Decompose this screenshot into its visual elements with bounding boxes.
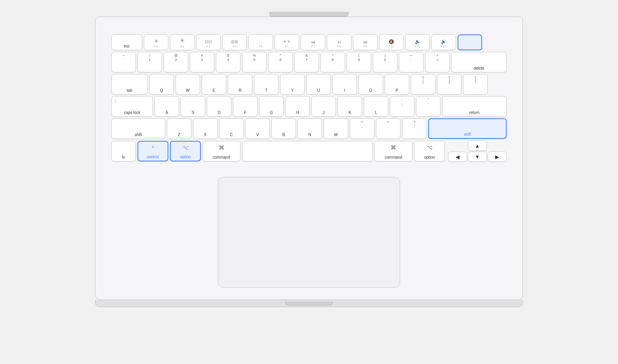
key-arrow-up[interactable]: ▲: [468, 140, 487, 151]
key-f1[interactable]: ☀ F1: [144, 34, 168, 50]
key-s[interactable]: S: [181, 96, 205, 117]
key-f7[interactable]: ⏮ F7: [301, 34, 325, 50]
key-period[interactable]: >.: [376, 118, 401, 139]
key-n[interactable]: N: [298, 118, 322, 139]
key-a[interactable]: A: [154, 96, 179, 117]
key-tab[interactable]: tab: [111, 74, 148, 95]
key-m[interactable]: M: [324, 118, 348, 139]
key-spacebar[interactable]: [242, 141, 373, 161]
key-esc[interactable]: esc: [111, 34, 142, 50]
key-arrow-right[interactable]: ▶: [488, 152, 507, 162]
key-option-right[interactable]: ⌥ option: [414, 141, 445, 161]
trackpad[interactable]: [218, 177, 400, 288]
key-z[interactable]: Z: [167, 118, 191, 139]
asdf-row: • caps lock A S D F G H J K L :; "' retu…: [111, 96, 507, 117]
laptop-bottom-bar: [95, 300, 523, 307]
zxcv-row: shift Z X C V B N M <, >. ?/ shift: [111, 118, 507, 139]
key-bracket-open[interactable]: {[: [411, 74, 435, 95]
key-r[interactable]: R: [228, 74, 252, 95]
key-command-left[interactable]: ⌘ command: [202, 141, 240, 161]
laptop-container: esc ☀ F1 ☀ F2 ⊟⊟ F3 ⊞⊞ F4: [91, 12, 527, 352]
key-minus[interactable]: —-: [399, 52, 423, 72]
key-g[interactable]: G: [259, 96, 284, 117]
key-y[interactable]: Y: [280, 74, 305, 95]
laptop-hinge: [269, 12, 349, 17]
qwerty-row: tab Q W E R T Y U I O P {[ }] |\: [111, 74, 507, 95]
key-v[interactable]: V: [245, 118, 270, 139]
key-option-left[interactable]: ⌥ option: [170, 141, 201, 161]
key-f10[interactable]: 🔇 F10: [379, 34, 404, 50]
key-power[interactable]: [458, 34, 482, 50]
key-x[interactable]: X: [193, 118, 217, 139]
key-5[interactable]: %5: [242, 52, 267, 72]
keyboard-area: esc ☀ F1 ☀ F2 ⊟⊟ F3 ⊞⊞ F4: [107, 29, 511, 169]
key-f5[interactable]: ·· ·· F5: [248, 34, 273, 50]
key-shift-right[interactable]: shift: [428, 118, 507, 139]
key-equals[interactable]: +=: [425, 52, 450, 72]
key-6[interactable]: ^6: [268, 52, 293, 72]
key-backslash[interactable]: |\: [463, 74, 488, 95]
key-f12[interactable]: 🔊 F12: [431, 34, 456, 50]
key-arrow-down[interactable]: ▼: [468, 152, 487, 162]
key-7[interactable]: &7: [294, 52, 319, 72]
key-fn[interactable]: fn: [111, 141, 136, 161]
key-f6[interactable]: ☀☀ F6: [275, 34, 299, 50]
key-u[interactable]: U: [306, 74, 331, 95]
key-0[interactable]: )0: [373, 52, 397, 72]
laptop-body: esc ☀ F1 ☀ F2 ⊟⊟ F3 ⊞⊞ F4: [95, 17, 523, 300]
bottom-row: fn ^ control ⌥ option ⌘ command: [111, 140, 507, 162]
key-j[interactable]: J: [311, 96, 336, 117]
key-f9[interactable]: ⏭ F9: [353, 34, 378, 50]
key-command-right[interactable]: ⌘ command: [374, 141, 412, 161]
key-t[interactable]: T: [254, 74, 278, 95]
key-control[interactable]: ^ control: [137, 141, 168, 161]
arrow-cluster: ▲ ◀ ▼ ▶: [448, 140, 507, 162]
key-d[interactable]: D: [207, 96, 231, 117]
key-shift-left[interactable]: shift: [111, 118, 165, 139]
key-quote[interactable]: "': [416, 96, 441, 117]
key-comma[interactable]: <,: [350, 118, 374, 139]
key-8[interactable]: *8: [320, 52, 345, 72]
key-k[interactable]: K: [338, 96, 362, 117]
key-1[interactable]: !1: [137, 52, 162, 72]
key-bracket-close[interactable]: }]: [437, 74, 462, 95]
key-semicolon[interactable]: :;: [390, 96, 414, 117]
key-i[interactable]: I: [332, 74, 357, 95]
key-return[interactable]: return: [442, 96, 507, 117]
key-o[interactable]: O: [359, 74, 383, 95]
key-f[interactable]: F: [233, 96, 258, 117]
key-w[interactable]: W: [175, 74, 200, 95]
key-capslock[interactable]: • caps lock: [111, 96, 153, 117]
key-l[interactable]: L: [364, 96, 388, 117]
key-f11[interactable]: 🔉 F11: [405, 34, 430, 50]
number-row: ~` !1 @2 #3 $4 %5 ^6 &7 *8 (9 )0 —- += d…: [111, 52, 507, 72]
key-9[interactable]: (9: [347, 52, 371, 72]
key-f8[interactable]: ⏯ F8: [327, 34, 351, 50]
key-f2[interactable]: ☀ F2: [170, 34, 195, 50]
key-c[interactable]: C: [219, 118, 244, 139]
key-f3[interactable]: ⊟⊟ F3: [196, 34, 221, 50]
key-slash[interactable]: ?/: [402, 118, 427, 139]
key-b[interactable]: B: [271, 118, 296, 139]
key-4[interactable]: $4: [216, 52, 240, 72]
key-arrow-left[interactable]: ◀: [448, 152, 467, 162]
key-p[interactable]: P: [385, 74, 409, 95]
function-row: esc ☀ F1 ☀ F2 ⊟⊟ F3 ⊞⊞ F4: [111, 34, 507, 50]
key-3[interactable]: #3: [190, 52, 214, 72]
key-delete[interactable]: delete: [451, 52, 507, 72]
laptop-bottom-notch: [285, 301, 333, 305]
key-e[interactable]: E: [202, 74, 226, 95]
key-tilde[interactable]: ~`: [111, 52, 136, 72]
key-q[interactable]: Q: [149, 74, 174, 95]
key-f4[interactable]: ⊞⊞ F4: [222, 34, 247, 50]
key-h[interactable]: H: [285, 96, 310, 117]
key-2[interactable]: @2: [164, 52, 188, 72]
